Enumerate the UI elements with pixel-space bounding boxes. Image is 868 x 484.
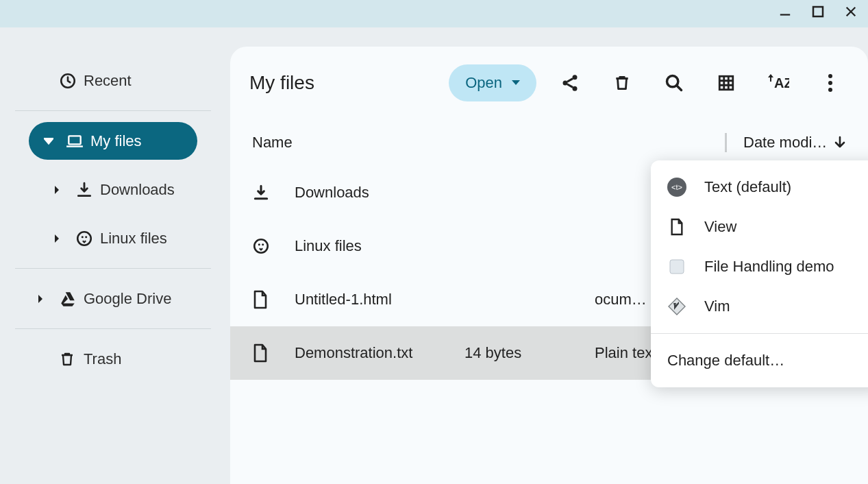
menu-item-vim[interactable]: Vim (651, 287, 868, 326)
menu-item-file-handling[interactable]: File Handling demo (651, 247, 868, 287)
col-name[interactable]: Name (252, 134, 464, 152)
trash-icon (59, 351, 84, 367)
file-icon (667, 217, 686, 237)
clock-icon (59, 72, 84, 90)
menu-label: Vim (704, 298, 730, 315)
svg-rect-15 (719, 76, 733, 90)
nav-label: My files (90, 132, 142, 150)
file-name: Untitled-1.html (295, 291, 464, 308)
divider (15, 328, 211, 329)
chevron-right-icon (53, 234, 75, 243)
nav-label: Recent (84, 72, 132, 90)
sidebar-item-linux[interactable]: Linux files (15, 219, 211, 257)
nav-label: Trash (84, 350, 121, 368)
drive-icon (59, 290, 84, 308)
svg-line-14 (677, 86, 682, 90)
svg-point-25 (258, 243, 260, 245)
sidebar-item-trash[interactable]: Trash (15, 340, 211, 378)
app-icon (667, 257, 686, 276)
divider (15, 268, 211, 269)
sidebar: Recent My files Downloads (0, 27, 226, 484)
maximize-icon[interactable] (812, 5, 824, 18)
nav-label: Linux files (100, 230, 167, 247)
menu-item-change-default[interactable]: Change default… (651, 341, 868, 380)
more-icon[interactable] (812, 64, 849, 101)
svg-text:<t>: <t> (671, 183, 682, 191)
laptop-icon (66, 132, 90, 150)
delete-icon[interactable] (604, 64, 641, 101)
file-panel: My files Open AZ (230, 47, 868, 484)
chevron-right-icon (37, 295, 59, 303)
sort-icon[interactable]: AZ (760, 64, 797, 101)
svg-point-22 (828, 81, 832, 85)
titlebar (0, 0, 868, 27)
chevron-right-icon (53, 186, 75, 194)
svg-text:AZ: AZ (774, 75, 789, 90)
toolbar: My files Open AZ (230, 47, 868, 119)
download-icon (252, 184, 295, 202)
svg-point-26 (262, 243, 264, 245)
share-icon[interactable] (551, 64, 588, 101)
download-icon (75, 181, 100, 199)
open-button[interactable]: Open (449, 64, 536, 101)
svg-point-8 (82, 236, 84, 238)
svg-point-21 (828, 74, 832, 78)
open-menu: <t> Text (default) View File Handling de… (651, 160, 868, 387)
svg-point-9 (85, 236, 87, 238)
nav-label: Google Drive (84, 290, 171, 308)
menu-label: View (704, 218, 736, 236)
file-name: Demonstration.txt (295, 344, 464, 362)
penguin-icon (75, 230, 100, 247)
col-date[interactable]: Date modi… (743, 134, 827, 152)
file-icon (252, 343, 295, 363)
sidebar-item-recent[interactable]: Recent (15, 62, 211, 99)
svg-point-12 (573, 86, 578, 91)
menu-label: File Handling demo (704, 258, 834, 276)
file-name: Linux files (295, 237, 464, 255)
sidebar-item-gdrive[interactable]: Google Drive (15, 280, 211, 317)
grid-view-icon[interactable] (708, 64, 745, 101)
vim-icon (667, 297, 686, 316)
file-name: Downloads (295, 184, 464, 202)
arrow-down-icon (834, 136, 846, 149)
svg-rect-1 (813, 7, 823, 16)
sidebar-item-downloads[interactable]: Downloads (15, 171, 211, 208)
page-title: My files (249, 72, 314, 94)
open-label: Open (465, 74, 502, 92)
svg-rect-29 (670, 260, 684, 274)
column-separator (725, 133, 727, 152)
close-icon[interactable] (845, 5, 857, 18)
svg-rect-5 (69, 136, 80, 144)
divider (15, 110, 211, 111)
menu-label: Change default… (667, 352, 784, 370)
nav-label: Downloads (100, 181, 175, 199)
penguin-icon (252, 237, 295, 255)
chevron-down-icon (512, 80, 520, 86)
menu-label: Text (default) (704, 178, 791, 196)
file-size: 14 bytes (464, 344, 595, 362)
svg-point-23 (828, 88, 832, 92)
menu-item-view[interactable]: View (651, 207, 868, 247)
minimize-icon[interactable] (779, 5, 791, 18)
svg-point-11 (563, 81, 568, 86)
file-icon (252, 290, 295, 309)
svg-point-10 (573, 75, 578, 80)
chevron-down-icon (44, 136, 66, 146)
text-app-icon: <t> (667, 178, 686, 197)
search-icon[interactable] (656, 64, 693, 101)
sidebar-item-myfiles[interactable]: My files (29, 122, 197, 160)
menu-item-text-default[interactable]: <t> Text (default) (651, 167, 868, 207)
column-headers: Name Date modi… (230, 119, 868, 166)
